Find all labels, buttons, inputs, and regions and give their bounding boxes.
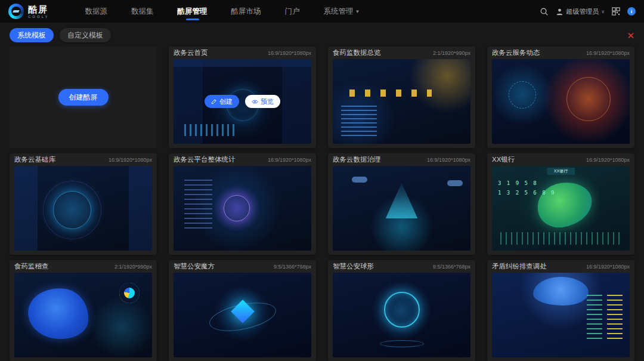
chevron-down-icon: ▼ [355,9,360,14]
tab-custom-template[interactable]: 自定义模板 [60,28,111,42]
template-tabs: 系统模板 自定义模板 ✕ [0,23,644,45]
card-title: 政务云服务动态 [492,48,540,57]
template-card: 政务云服务动态 16:9/1920*1080px 创建 预览 [487,47,634,148]
card-title: 智慧公安球形 [333,262,374,271]
logo-icon [8,4,24,19]
card-title: 政务云数据治理 [333,155,381,164]
card-size-label: 16:9/1920*1080px [268,50,311,56]
card-thumbnail[interactable]: 创建 预览 [14,273,152,357]
template-card: 政务云基础库 16:9/1920*1080px 创建 预览 [10,153,157,255]
top-navbar: 酷屏 COOLY 数据源 数据集 酷屏管理 酷屏市场 门户 系统管理 ▼ 超级管… [0,0,644,23]
card-thumbnail[interactable]: 创建 预览 [174,273,311,357]
create-screen-card: 创建酷屏 [10,47,157,148]
card-title: 政务云平台整体统计 [174,155,236,164]
card-title: 政务云基础库 [14,155,55,164]
app-logo[interactable]: 酷屏 COOLY [8,4,49,19]
menu-item-dataset[interactable]: 数据集 [131,0,154,23]
card-header: 矛盾纠纷排查调处 16:9/1920*1080px [492,260,630,273]
menu-item-screen-manage[interactable]: 酷屏管理 [178,0,208,23]
menu-item-portal[interactable]: 门户 [285,0,300,23]
app-caption: COOLY [28,15,49,18]
username: 超级管理员 [566,7,599,16]
card-header: 智慧公安球形 9:5/1366*768px [333,260,470,273]
edit-icon [211,98,217,104]
template-card: 食药监稽查 2:1/1920*990px 创建 预览 [10,260,157,361]
menu-item-screen-market[interactable]: 酷屏市场 [231,0,261,23]
template-card: 矛盾纠纷排查调处 16:9/1920*1080px 创建 预览 [487,260,634,361]
card-thumbnail[interactable]: 创建 预览 [174,59,311,144]
card-header: 政务云平台整体统计 16:9/1920*1080px [174,153,311,166]
card-header: 智慧公安魔方 9:5/1366*768px [174,260,311,273]
card-title: 矛盾纠纷排查调处 [492,262,547,271]
card-header: 政务云首页 16:9/1920*1080px [174,47,311,59]
card-thumbnail[interactable]: 创建 预览 [492,273,630,357]
thumbnail-hover-overlay: 创建 预览 [174,59,311,144]
card-size-label: 16:9/1920*1080px [586,157,630,163]
thumb-text: 3 1 9 5 8 [498,180,538,186]
thumb-text: 1 3 2 5 6 8 9 [498,190,555,196]
close-icon[interactable]: ✕ [627,31,634,40]
main-menu: 数据源 数据集 酷屏管理 酷屏市场 门户 系统管理 ▼ [85,0,360,23]
card-thumbnail[interactable]: 创建 预览 [333,273,470,357]
card-title: 智慧公安魔方 [174,262,215,271]
card-size-label: 2:1/1920*990px [114,264,152,270]
card-size-label: 9:5/1366*768px [433,264,470,270]
app-name: 酷屏 [28,5,49,14]
card-thumbnail[interactable]: 创建 预览 [174,166,311,251]
card-thumbnail[interactable]: 创建 预览 [333,59,470,144]
template-card: 政务云平台整体统计 16:9/1920*1080px 创建 预览 [169,153,316,255]
template-card: 政务云数据治理 16:9/1920*1080px 创建 预览 [328,153,475,255]
template-card: 智慧公安魔方 9:5/1366*768px 创建 预览 [169,260,316,361]
qrcode-icon[interactable] [612,7,620,16]
template-card: 政务云首页 16:9/1920*1080px 创建 预览 [169,47,316,148]
thumb-text: XX银行 [547,168,575,175]
template-card: XX银行 16:9/1920*1080px 创建 预览 XX银行3 1 9 5 … [487,153,634,255]
card-thumbnail[interactable]: 创建 预览 [492,59,630,144]
user-menu[interactable]: 超级管理员 ∨ [556,7,605,16]
card-header: 政务云服务动态 16:9/1920*1080px [492,47,630,59]
card-title: XX银行 [492,155,515,164]
card-header: XX银行 16:9/1920*1080px [492,153,630,166]
card-size-label: 9:5/1366*768px [274,264,311,270]
card-size-label: 16:9/1920*1080px [268,157,311,163]
card-title: 政务云首页 [174,48,208,57]
card-size-label: 16:9/1920*1080px [586,50,630,56]
info-icon[interactable]: i [627,7,636,16]
card-size-label: 16:9/1920*1080px [109,157,152,163]
preview-template-button[interactable]: 预览 [245,95,280,108]
template-card: 食药监数据总览 2:1/1920*990px 创建 预览 [328,47,475,148]
search-icon[interactable] [540,7,549,16]
create-screen-button[interactable]: 创建酷屏 [58,89,109,106]
navbar-right: 超级管理员 ∨ i [540,7,636,16]
card-thumbnail[interactable]: 创建 预览 [333,166,470,251]
card-title: 食药监数据总览 [333,48,381,57]
menu-item-system-manage[interactable]: 系统管理 ▼ [324,0,360,23]
card-header: 政务云数据治理 16:9/1920*1080px [333,153,470,166]
eye-icon [252,98,258,105]
template-grid: 创建酷屏 政务云首页 16:9/1920*1080px 创建 预览 食药监数据总… [0,45,644,361]
card-header: 政务云基础库 16:9/1920*1080px [14,153,152,166]
card-size-label: 16:9/1920*1080px [427,157,470,163]
card-thumbnail[interactable]: 创建 预览 XX银行3 1 9 5 81 3 2 5 6 8 9 [492,166,630,251]
chevron-down-icon: ∨ [601,9,605,14]
card-size-label: 2:1/1920*990px [433,50,470,56]
tab-system-template[interactable]: 系统模板 [10,28,54,42]
create-from-template-button[interactable]: 创建 [205,95,239,108]
card-header: 食药监数据总览 2:1/1920*990px [333,47,470,59]
card-thumbnail[interactable]: 创建 预览 [14,166,152,251]
card-header: 食药监稽查 2:1/1920*990px [14,260,152,273]
user-icon [556,8,564,16]
card-size-label: 16:9/1920*1080px [586,264,630,270]
template-card: 智慧公安球形 9:5/1366*768px 创建 预览 [328,260,475,361]
menu-item-datasource[interactable]: 数据源 [85,0,108,23]
card-title: 食药监稽查 [14,262,49,271]
